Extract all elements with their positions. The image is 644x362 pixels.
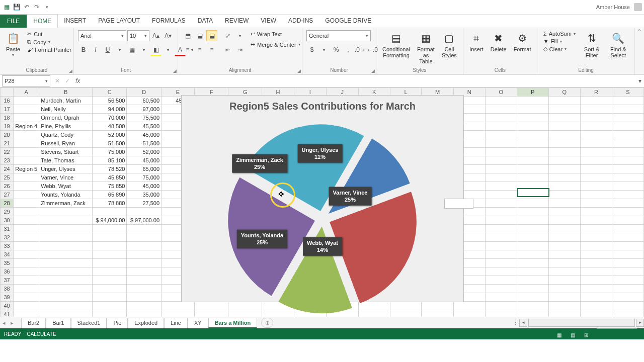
row-header-19[interactable]: 19: [1, 122, 14, 131]
border-icon[interactable]: ▦: [126, 44, 137, 55]
cell-C37[interactable]: [92, 276, 127, 285]
cell-C39[interactable]: [92, 293, 127, 302]
number-launcher-icon[interactable]: ◢: [371, 68, 375, 73]
cell-Q18[interactable]: [548, 114, 580, 122]
cell-R27[interactable]: [580, 191, 612, 199]
sheet-tab-pie[interactable]: Pie: [107, 318, 128, 328]
cell-R19[interactable]: [580, 122, 612, 131]
cell-O33[interactable]: [485, 242, 517, 250]
add-sheet-button[interactable]: ⊕: [261, 318, 273, 328]
cell-A22[interactable]: [14, 148, 39, 156]
cell-D30[interactable]: $ 97,000.00: [127, 216, 162, 225]
cell-A18[interactable]: [14, 114, 39, 122]
row-header-39[interactable]: 39: [1, 293, 14, 302]
cell-O41[interactable]: [485, 310, 517, 317]
col-header-S[interactable]: S: [612, 88, 643, 97]
cell-O26[interactable]: [485, 182, 517, 191]
cell-Q23[interactable]: [548, 156, 580, 165]
cell-C21[interactable]: 51,500: [92, 139, 127, 148]
ribbon-tab-home[interactable]: HOME: [27, 14, 58, 28]
cell-R33[interactable]: [580, 242, 612, 250]
cell-C18[interactable]: 70,000: [92, 114, 127, 122]
delete-cells-button[interactable]: ✖Delete: [489, 30, 509, 53]
row-header-33[interactable]: 33: [1, 242, 14, 250]
alignment-launcher-icon[interactable]: ◢: [297, 68, 301, 73]
ribbon-tab-review[interactable]: REVIEW: [219, 14, 255, 28]
row-header-31[interactable]: 31: [1, 225, 14, 233]
col-header-O[interactable]: O: [485, 88, 517, 97]
cell-B18[interactable]: Ormond, Oprah: [39, 114, 93, 122]
cell-B41[interactable]: [39, 310, 93, 317]
indent-inc-icon[interactable]: ⇥: [234, 44, 246, 55]
cell-O21[interactable]: [485, 139, 517, 148]
cell-P17[interactable]: [517, 105, 548, 114]
ribbon-tab-data[interactable]: DATA: [192, 14, 219, 28]
cell-C34[interactable]: [92, 250, 127, 259]
row-header-24[interactable]: 24: [1, 165, 14, 173]
underline-icon[interactable]: U: [102, 44, 113, 55]
cell-R22[interactable]: [580, 148, 612, 156]
cell-R28[interactable]: [580, 199, 612, 208]
clipboard-launcher-icon[interactable]: ◢: [69, 68, 72, 73]
cell-B39[interactable]: [39, 293, 93, 302]
cell-R38[interactable]: [580, 285, 612, 293]
cell-S24[interactable]: [612, 165, 643, 173]
cell-R40[interactable]: [580, 302, 612, 310]
qat-more-icon[interactable]: ▾: [42, 3, 51, 12]
format-painter-button[interactable]: 🖌Format Painter: [25, 46, 73, 53]
cell-D35[interactable]: [127, 259, 162, 267]
cell-D25[interactable]: 75,000: [127, 173, 162, 182]
cell-C26[interactable]: 75,850: [92, 182, 127, 191]
cell-S34[interactable]: [612, 250, 643, 259]
cell-A41[interactable]: [14, 310, 39, 317]
cell-D23[interactable]: 45,000: [127, 156, 162, 165]
cell-S20[interactable]: [612, 131, 643, 139]
ribbon-tab-formulas[interactable]: FORMULAS: [146, 14, 192, 28]
cell-D19[interactable]: 45,500: [127, 122, 162, 131]
row-header-36[interactable]: 36: [1, 267, 14, 276]
cell-R24[interactable]: [580, 165, 612, 173]
fill-color-more-icon[interactable]: ▾: [163, 44, 174, 55]
row-header-22[interactable]: 22: [1, 148, 14, 156]
cell-S19[interactable]: [612, 122, 643, 131]
cell-P29[interactable]: [517, 208, 548, 216]
cell-B22[interactable]: Stevens, Stuart: [39, 148, 93, 156]
indent-dec-icon[interactable]: ⇤: [222, 44, 233, 55]
cell-O23[interactable]: [485, 156, 517, 165]
row-header-16[interactable]: 16: [1, 97, 14, 105]
insert-cells-button[interactable]: ⌗Insert: [467, 30, 486, 53]
cell-Q33[interactable]: [548, 242, 580, 250]
cell-C28[interactable]: 78,880: [92, 199, 127, 208]
cell-R41[interactable]: [580, 310, 612, 317]
sheet-tab-exploded[interactable]: Exploded: [128, 318, 164, 328]
cell-R20[interactable]: [580, 131, 612, 139]
cell-A33[interactable]: [14, 242, 39, 250]
cell-B37[interactable]: [39, 276, 93, 285]
fx-icon[interactable]: fx: [72, 77, 83, 84]
cell-B20[interactable]: Quartz, Cody: [39, 131, 93, 139]
chart-object[interactable]: Region5 Sales Contributions for March Un…: [181, 95, 464, 302]
cell-A30[interactable]: [14, 216, 39, 225]
cell-B33[interactable]: [39, 242, 93, 250]
cell-A29[interactable]: [14, 208, 39, 216]
cell-D31[interactable]: [127, 225, 162, 233]
cell-R39[interactable]: [580, 293, 612, 302]
cell-P33[interactable]: [517, 242, 548, 250]
cell-A23[interactable]: [14, 156, 39, 165]
cell-A16[interactable]: [14, 97, 39, 105]
cell-P30[interactable]: [517, 216, 548, 225]
cell-Q20[interactable]: [548, 131, 580, 139]
cell-S31[interactable]: [612, 225, 643, 233]
cell-R17[interactable]: [580, 105, 612, 114]
cell-C38[interactable]: [92, 285, 127, 293]
cell-R23[interactable]: [580, 156, 612, 165]
user-avatar-icon[interactable]: [634, 3, 642, 11]
redo-icon[interactable]: ↷: [32, 3, 41, 12]
row-header-34[interactable]: 34: [1, 250, 14, 259]
cell-R29[interactable]: [580, 208, 612, 216]
cell-R34[interactable]: [580, 250, 612, 259]
cell-P21[interactable]: [517, 139, 548, 148]
format-as-table-button[interactable]: ▦Format as Table: [415, 30, 437, 65]
cell-E41[interactable]: [162, 310, 195, 317]
cell-Q37[interactable]: [548, 276, 580, 285]
